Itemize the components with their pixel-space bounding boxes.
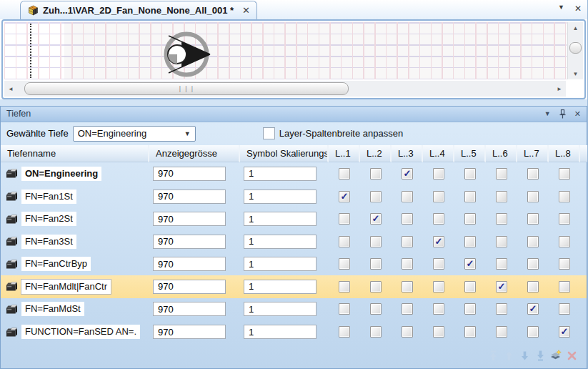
drawing-canvas[interactable]: ▲ ▼ ◄ ❘❘❘ ► (1, 19, 586, 99)
layer-checkbox[interactable] (559, 281, 570, 292)
layer-checkbox[interactable] (433, 258, 444, 270)
layer-checkbox[interactable] (559, 303, 570, 315)
layer-checkbox[interactable]: ✓ (527, 303, 539, 315)
move-down-button[interactable] (519, 350, 530, 361)
layer-checkbox[interactable] (559, 168, 570, 179)
depth-name[interactable]: FN=FanMdlt|FanCtr (21, 280, 111, 294)
layer-checkbox[interactable]: ✓ (433, 236, 444, 247)
layer-checkbox[interactable] (464, 168, 476, 179)
display-size-input[interactable] (153, 167, 226, 181)
layer-checkbox[interactable] (527, 236, 539, 247)
display-size-input[interactable] (153, 257, 226, 271)
combo-dropdown-icon[interactable]: ▼ (184, 130, 191, 137)
canvas-grid[interactable] (4, 22, 567, 79)
layer-checkbox[interactable] (370, 168, 382, 179)
horizontal-scroll-thumb[interactable]: ❘❘❘ (24, 82, 349, 95)
layer-checkbox[interactable] (402, 303, 413, 315)
scroll-left-icon[interactable]: ◄ (4, 83, 17, 94)
panel-menu-icon[interactable]: ▼ (544, 110, 551, 117)
layer-checkbox[interactable] (402, 258, 413, 270)
column-header-layer-3[interactable]: L..3 (392, 145, 423, 162)
layer-checkbox[interactable] (402, 281, 413, 292)
layer-checkbox[interactable]: ✓ (496, 281, 507, 292)
display-size-input[interactable] (153, 325, 226, 339)
layer-checkbox[interactable] (370, 326, 382, 338)
layer-checkbox[interactable] (464, 191, 476, 202)
scroll-right-icon[interactable]: ► (553, 83, 566, 94)
scale-factor-input[interactable] (244, 257, 317, 271)
layer-checkbox[interactable] (464, 326, 476, 338)
table-row[interactable]: FN=Fan1St ✓ (1, 185, 587, 208)
table-row[interactable]: FN=Fan2St ✓ (1, 207, 587, 230)
layer-checkbox[interactable] (464, 213, 476, 225)
vertical-scroll-thumb[interactable] (569, 42, 582, 54)
layer-checkbox[interactable] (527, 326, 539, 338)
table-row[interactable]: FN=FanMdlt|FanCtr ✓ (1, 275, 587, 298)
table-row[interactable]: ON=Engineering ✓ (1, 162, 587, 185)
table-row[interactable]: FN=FanCtrByp ✓ (1, 252, 587, 275)
layer-checkbox[interactable] (339, 168, 350, 179)
layer-checkbox[interactable]: ✓ (402, 168, 413, 179)
window-close-icon[interactable]: ✕ (574, 4, 582, 14)
column-header-scale[interactable]: Symbol Skalierungsf (240, 145, 329, 162)
scroll-up-icon[interactable]: ▲ (569, 22, 582, 34)
move-to-bottom-button[interactable] (534, 350, 546, 361)
scale-factor-input[interactable] (244, 325, 317, 339)
panel-close-icon[interactable]: ✕ (574, 109, 581, 119)
layer-checkbox[interactable] (496, 213, 507, 225)
layer-checkbox[interactable] (496, 168, 507, 179)
layer-checkbox[interactable] (559, 213, 570, 225)
layer-checkbox[interactable] (433, 326, 444, 338)
depth-name[interactable]: FN=Fan1St (21, 190, 76, 204)
layer-checkbox[interactable] (464, 303, 476, 315)
scale-factor-input[interactable] (244, 235, 317, 249)
layer-checkbox[interactable] (527, 191, 539, 202)
display-size-input[interactable] (153, 190, 226, 204)
fan-symbol[interactable] (161, 31, 211, 79)
layer-checkbox[interactable] (339, 236, 350, 247)
layer-checkbox[interactable] (559, 191, 570, 202)
layer-checkbox[interactable] (559, 258, 570, 270)
tab-close-icon[interactable]: ✕ (242, 6, 250, 15)
table-row[interactable]: FN=Fan3St ✓ (1, 230, 587, 253)
display-size-input[interactable] (153, 280, 226, 294)
table-row[interactable]: FN=FanMdSt ✓ (1, 298, 587, 321)
column-header-size[interactable]: Anzeigegrösse (149, 145, 240, 162)
depth-name[interactable]: FUNCTION=FanSED AN=. (21, 325, 140, 339)
display-size-input[interactable] (153, 302, 226, 316)
layer-checkbox[interactable] (339, 258, 350, 270)
layer-checkbox[interactable]: ✓ (370, 213, 382, 225)
scale-factor-input[interactable] (244, 212, 317, 226)
layer-checkbox[interactable] (370, 303, 382, 315)
layer-checkbox[interactable] (464, 281, 476, 292)
layer-checkbox[interactable]: ✓ (339, 191, 350, 202)
layer-checkbox[interactable] (402, 191, 413, 202)
layer-checkbox[interactable]: ✓ (559, 326, 570, 338)
new-layer-button[interactable] (550, 350, 562, 361)
layer-checkbox[interactable] (496, 191, 507, 202)
column-header-layer-1[interactable]: L..1 (329, 145, 360, 162)
layer-checkbox[interactable] (339, 281, 350, 292)
scale-factor-input[interactable] (244, 167, 317, 181)
layer-checkbox[interactable] (433, 168, 444, 179)
depth-name[interactable]: FN=Fan2St (21, 212, 76, 226)
delete-button[interactable] (566, 350, 577, 361)
layer-column-width-checkbox[interactable] (263, 127, 275, 139)
layer-checkbox[interactable] (339, 326, 350, 338)
tab-list-menu-icon[interactable]: ▼ (558, 4, 564, 14)
layer-checkbox[interactable] (496, 303, 507, 315)
depth-name[interactable]: ON=Engineering (21, 167, 101, 181)
layer-checkbox[interactable] (527, 281, 539, 292)
column-header-layer-6[interactable]: L..6 (486, 145, 517, 162)
scroll-down-icon[interactable]: ▼ (569, 68, 582, 79)
layer-checkbox[interactable] (370, 191, 382, 202)
move-to-top-button[interactable] (487, 350, 499, 361)
column-header-layer-8[interactable]: L..8 (549, 145, 580, 162)
layer-checkbox[interactable] (402, 236, 413, 247)
layer-checkbox[interactable] (433, 281, 444, 292)
layer-checkbox[interactable] (339, 213, 350, 225)
layer-checkbox[interactable] (402, 326, 413, 338)
display-size-input[interactable] (153, 212, 226, 226)
layer-checkbox[interactable] (433, 213, 444, 225)
layer-checkbox[interactable] (527, 168, 539, 179)
